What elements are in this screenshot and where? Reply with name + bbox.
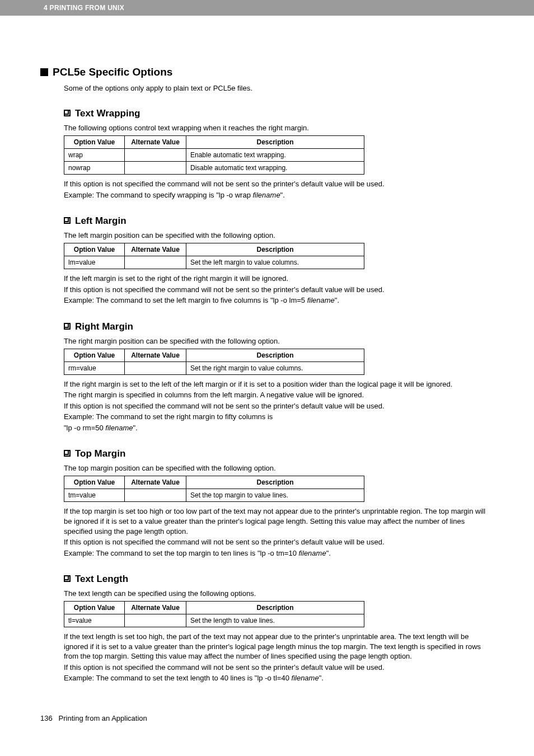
cell-description: Enable automatic text wrapping.	[186, 149, 364, 162]
subsection-title: Left Margin	[64, 215, 494, 227]
outline-square-icon	[64, 575, 71, 582]
th-description: Description	[186, 476, 364, 489]
cell-option: nowrap	[64, 162, 125, 175]
cell-option: tl=value	[64, 614, 125, 627]
th-alternate: Alternate Value	[125, 349, 186, 361]
cell-option: wrap	[64, 149, 125, 162]
breadcrumb: 4 PRINTING FROM UNIX	[44, 4, 124, 12]
th-alternate: Alternate Value	[125, 602, 186, 614]
options-table: Option Value Alternate Value Description…	[64, 476, 364, 502]
cell-description: Set the left margin to value columns.	[186, 256, 364, 269]
sub-title-text: Text Wrapping	[75, 108, 140, 119]
subsection-text-wrapping: Text Wrapping The following options cont…	[64, 108, 494, 200]
note-text: If this option is not specified the comm…	[64, 401, 494, 411]
cell-option: rm=value	[64, 361, 125, 374]
outline-square-icon	[64, 450, 71, 457]
subsection-right-margin: Right Margin The right margin position c…	[64, 321, 494, 433]
note-text: If the left margin is set to the right o…	[64, 274, 494, 284]
cell-description: Set the top margin to value lines.	[186, 489, 364, 502]
th-description: Description	[186, 243, 364, 256]
title-text: PCL5e Specific Options	[53, 66, 172, 78]
cell-alternate	[125, 162, 186, 175]
subsection-desc: The right margin position can be specifi…	[64, 337, 494, 345]
subsection-text-length: Text Length The text length can be speci…	[64, 574, 494, 683]
outline-square-icon	[64, 110, 71, 116]
subsection-left-margin: Left Margin The left margin position can…	[64, 215, 494, 306]
note-text: If this option is not specified the comm…	[64, 285, 494, 295]
note-text: Example: The command to set the right ma…	[64, 412, 494, 422]
table-row: lm=value Set the left margin to value co…	[64, 256, 364, 269]
th-alternate: Alternate Value	[125, 476, 186, 489]
options-table: Option Value Alternate Value Description…	[64, 349, 364, 375]
note-text: Example: The command to set the top marg…	[64, 548, 494, 558]
subsection-desc: The left margin position can be specifie…	[64, 231, 494, 240]
th-option: Option Value	[64, 349, 125, 361]
cell-option: tm=value	[64, 489, 125, 502]
section-title: PCL5e Specific Options	[40, 66, 494, 78]
cell-alternate	[125, 361, 186, 374]
subsection-title: Text Wrapping	[64, 108, 494, 119]
cell-alternate	[125, 489, 186, 502]
note-text: If the text length is set too high, the …	[64, 632, 494, 661]
note-text: If this option is not specified the comm…	[64, 537, 494, 547]
table-header-row: Option Value Alternate Value Description	[64, 602, 364, 614]
subsection-desc: The top margin position can be specified…	[64, 464, 494, 472]
th-option: Option Value	[64, 476, 125, 489]
note-text: Example: The command to set the text len…	[64, 673, 494, 683]
sub-title-text: Text Length	[75, 574, 128, 584]
cell-option: lm=value	[64, 256, 125, 269]
page-content: PCL5e Specific Options Some of the optio…	[0, 16, 534, 683]
table-row: tl=value Set the length to value lines.	[64, 614, 364, 627]
th-option: Option Value	[64, 136, 125, 149]
th-option: Option Value	[64, 243, 125, 256]
th-description: Description	[186, 349, 364, 361]
page-number: 136	[40, 714, 53, 722]
subsection-title: Right Margin	[64, 321, 494, 332]
cell-alternate	[125, 149, 186, 162]
options-table: Option Value Alternate Value Description…	[64, 243, 364, 269]
intro-text: Some of the options only apply to plain …	[64, 84, 494, 92]
header-bar: 4 PRINTING FROM UNIX	[0, 0, 534, 16]
th-description: Description	[186, 602, 364, 614]
outline-square-icon	[64, 217, 71, 224]
square-bullet-icon	[40, 68, 48, 76]
subsection-desc: The text length can be specified using t…	[64, 589, 494, 598]
table-header-row: Option Value Alternate Value Description	[64, 476, 364, 489]
outline-square-icon	[64, 323, 71, 330]
page-footer: 136 Printing from an Application	[40, 714, 147, 722]
table-header-row: Option Value Alternate Value Description	[64, 349, 364, 361]
cell-alternate	[125, 614, 186, 627]
sub-title-text: Right Margin	[75, 321, 133, 332]
table-header-row: Option Value Alternate Value Description	[64, 136, 364, 149]
note-text: If the right margin is set to the left o…	[64, 379, 494, 389]
note-text: Example: The command to specify wrapping…	[64, 190, 494, 200]
cell-description: Disable automatic text wrapping.	[186, 162, 364, 175]
table-header-row: Option Value Alternate Value Description	[64, 243, 364, 256]
note-text: If this option is not specified the comm…	[64, 663, 494, 673]
cell-alternate	[125, 256, 186, 269]
subsection-top-margin: Top Margin The top margin position can b…	[64, 448, 494, 558]
subsection-desc: The following options control text wrapp…	[64, 124, 494, 132]
th-alternate: Alternate Value	[125, 136, 186, 149]
subsection-title: Text Length	[64, 574, 494, 585]
table-row: tm=value Set the top margin to value lin…	[64, 489, 364, 502]
note-text: The right margin is specified in columns…	[64, 390, 494, 400]
sub-title-text: Top Margin	[75, 448, 125, 459]
table-row: rm=value Set the right margin to value c…	[64, 361, 364, 374]
options-table: Option Value Alternate Value Description…	[64, 601, 364, 627]
table-row: wrap Enable automatic text wrapping.	[64, 149, 364, 162]
note-text: If the top margin is set too high or too…	[64, 506, 494, 536]
th-description: Description	[186, 136, 364, 149]
note-text: If this option is not specified the comm…	[64, 179, 494, 189]
note-text: "lp -o rm=50 filename".	[64, 423, 494, 433]
cell-description: Set the right margin to value columns.	[186, 361, 364, 374]
footer-label: Printing from an Application	[59, 714, 147, 722]
table-row: nowrap Disable automatic text wrapping.	[64, 162, 364, 175]
sub-title-text: Left Margin	[75, 215, 127, 226]
th-option: Option Value	[64, 602, 125, 614]
options-table: Option Value Alternate Value Description…	[64, 135, 364, 175]
subsection-title: Top Margin	[64, 448, 494, 459]
note-text: Example: The command to set the left mar…	[64, 295, 494, 306]
cell-description: Set the length to value lines.	[186, 614, 364, 627]
th-alternate: Alternate Value	[125, 243, 186, 256]
